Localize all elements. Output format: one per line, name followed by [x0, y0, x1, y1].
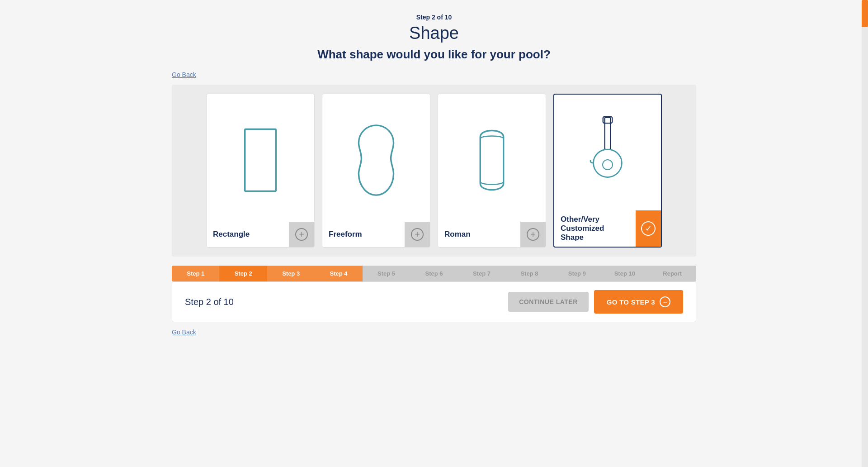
step-indicator: Step 2 of 10: [172, 14, 696, 21]
plus-icon-freeform: +: [411, 228, 424, 241]
shape-add-btn-freeform[interactable]: +: [405, 222, 430, 247]
svg-rect-1: [605, 118, 611, 150]
progress-step-report[interactable]: Report: [649, 266, 696, 281]
progress-bar: Step 1 Step 2 Step 3 Step 4 Step 5 Step …: [172, 266, 696, 281]
progress-step-2[interactable]: Step 2: [219, 266, 267, 281]
progress-step-6[interactable]: Step 6: [410, 266, 458, 281]
shape-add-btn-roman[interactable]: +: [520, 222, 546, 247]
progress-step-4[interactable]: Step 4: [315, 266, 362, 281]
action-bar: Step 2 of 10 CONTINUE LATER GO TO STEP 3…: [172, 281, 696, 322]
action-buttons: CONTINUE LATER GO TO STEP 3 →: [508, 290, 683, 314]
shape-add-btn-rectangle[interactable]: +: [289, 222, 314, 247]
shape-icon-other: [554, 95, 661, 210]
check-icon-other: ✓: [641, 221, 656, 236]
progress-step-1[interactable]: Step 1: [172, 266, 219, 281]
shape-label-roman: Roman: [438, 222, 520, 247]
go-to-step-button[interactable]: GO TO STEP 3 →: [594, 290, 683, 314]
shape-icon-freeform: [322, 94, 430, 222]
go-back-bottom-link[interactable]: Go Back: [172, 329, 196, 336]
svg-point-3: [603, 160, 613, 170]
step-title: Shape: [172, 24, 696, 43]
progress-step-7[interactable]: Step 7: [458, 266, 505, 281]
question-heading: What shape would you like for your pool?: [172, 48, 696, 62]
shape-label-rectangle: Rectangle: [207, 222, 289, 247]
shape-card-roman[interactable]: Roman +: [438, 94, 546, 248]
shape-icon-rectangle: [207, 94, 314, 222]
plus-icon-roman: +: [527, 228, 539, 241]
go-back-top-link[interactable]: Go Back: [172, 71, 196, 78]
plus-icon-rectangle: +: [295, 228, 308, 241]
go-to-step-label: GO TO STEP 3: [607, 298, 655, 306]
shape-card-rectangle[interactable]: Rectangle +: [206, 94, 315, 248]
progress-step-10[interactable]: Step 10: [601, 266, 648, 281]
action-bar-step-text: Step 2 of 10: [185, 297, 234, 307]
arrow-circle-icon: →: [660, 296, 670, 307]
shape-card-freeform[interactable]: Freeform +: [322, 94, 430, 248]
shape-icon-roman: [438, 94, 546, 222]
continue-later-button[interactable]: CONTINUE LATER: [508, 292, 589, 312]
progress-step-9[interactable]: Step 9: [553, 266, 601, 281]
svg-rect-0: [245, 129, 276, 191]
shapes-container: Rectangle + Freeform +: [172, 85, 696, 257]
shape-label-other: Other/Very Customized Shape: [554, 210, 636, 247]
progress-step-8[interactable]: Step 8: [505, 266, 553, 281]
progress-step-3[interactable]: Step 3: [267, 266, 315, 281]
shape-add-btn-other[interactable]: ✓: [636, 210, 661, 247]
progress-step-5[interactable]: Step 5: [363, 266, 410, 281]
shape-label-freeform: Freeform: [322, 222, 405, 247]
shape-card-other[interactable]: Other/Very Customized Shape ✓: [553, 94, 662, 248]
